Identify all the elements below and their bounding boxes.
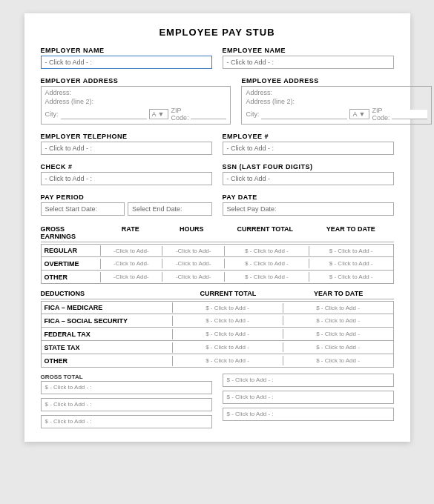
employer-address-line2: Address (line 2):: [45, 98, 227, 105]
earnings-row: OVERTIME -Click to Add- -Click to Add- $…: [41, 257, 394, 271]
earnings-row-current[interactable]: $ - Click to Add -: [225, 259, 309, 268]
ssn-group: SSN (LAST FOUR DIGITS) - Click to Add -: [223, 163, 394, 185]
deductions-row-label: FICA – MEDICARE: [42, 302, 173, 313]
totals-left-val1[interactable]: $ - Click to Add - :: [41, 381, 212, 394]
employee-city-row: City: A ▼ ZIP Code:: [246, 107, 427, 122]
deductions-row-ytd[interactable]: $ - Click to Add -: [283, 329, 393, 339]
totals-section: GROSS TOTAL $ - Click to Add - : $ - Cli…: [41, 374, 394, 428]
deductions-section: DEDUCTIONS CURRENT TOTAL YEAR TO DATE FI…: [41, 290, 394, 368]
ssn-input[interactable]: - Click to Add -: [223, 172, 394, 185]
employer-zip-input[interactable]: [191, 110, 226, 119]
employer-city-label: City:: [45, 110, 59, 118]
earnings-row-rate[interactable]: -Click to Add-: [101, 259, 163, 268]
totals-right-val1[interactable]: $ - Click to Add - :: [223, 374, 394, 387]
totals-right-val3[interactable]: $ - Click to Add - :: [223, 408, 394, 421]
employee-zip-input[interactable]: [392, 110, 427, 119]
pay-stub-page: EMPLOYEE PAY STUB EMPLOYER NAME - Click …: [24, 13, 410, 442]
employee-city-input[interactable]: [261, 110, 347, 119]
employee-address-group: EMPLOYEE ADDRESS Address: Address (line …: [241, 77, 432, 125]
earnings-current-total-label: CURRENT TOTAL: [223, 225, 309, 240]
earnings-row-rate[interactable]: -Click to Add-: [101, 272, 163, 282]
totals-right-val2[interactable]: $ - Click to Add - :: [223, 391, 394, 404]
employer-state-select[interactable]: A ▼: [149, 109, 169, 119]
earnings-rows: REGULAR -Click to Add- -Click to Add- $ …: [41, 244, 394, 284]
employer-telephone-group: EMPLOYER TELEPHONE - Click to Add - :: [41, 133, 212, 155]
employee-number-input[interactable]: - Click to Add - :: [223, 142, 394, 155]
earnings-row-label: OVERTIME: [42, 259, 101, 269]
deductions-row-current[interactable]: $ - Click to Add -: [173, 356, 283, 365]
earnings-row-rate[interactable]: -Click to Add-: [101, 246, 163, 256]
employer-name-label: EMPLOYER NAME: [41, 47, 212, 54]
earnings-row-ytd[interactable]: $ - Click to Add -: [309, 272, 393, 282]
employer-city-input[interactable]: [61, 110, 147, 119]
employer-address-label: EMPLOYER ADDRESS: [41, 77, 231, 84]
pay-period-end-input[interactable]: Select End Date:: [128, 202, 212, 216]
earnings-section: GROSS EARNINGS RATE HOURS CURRENT TOTAL …: [41, 225, 394, 284]
check-group: CHECK # - Click to Add - :: [41, 163, 212, 185]
deductions-section-label: DEDUCTIONS: [41, 290, 174, 297]
employer-name-input[interactable]: - Click to Add - :: [41, 56, 212, 69]
deductions-row-ytd[interactable]: $ - Click to Add -: [283, 356, 393, 365]
earnings-row: OTHER -Click to Add- -Click to Add- $ - …: [41, 271, 394, 284]
earnings-section-label: GROSS EARNINGS: [41, 225, 100, 240]
earnings-rate-label: RATE: [100, 225, 162, 240]
deductions-rows: FICA – MEDICARE $ - Click to Add - $ - C…: [41, 301, 394, 368]
deductions-row-ytd[interactable]: $ - Click to Add -: [283, 303, 393, 313]
earnings-row-ytd[interactable]: $ - Click to Add -: [309, 259, 393, 268]
earnings-hours-label: HOURS: [161, 225, 223, 240]
deductions-current-total-label: CURRENT TOTAL: [173, 290, 283, 297]
employer-telephone-label: EMPLOYER TELEPHONE: [41, 133, 212, 140]
pay-period-group: PAY PERIOD Select Start Date: Select End…: [41, 193, 212, 216]
check-label: CHECK #: [41, 163, 212, 170]
totals-left-label1: GROSS TOTAL: [41, 374, 212, 380]
ssn-label: SSN (LAST FOUR DIGITS): [223, 163, 394, 170]
employer-city-row: City: A ▼ ZIP Code:: [45, 107, 227, 122]
employee-state-select[interactable]: A ▼: [349, 109, 369, 119]
deductions-row: STATE TAX $ - Click to Add - $ - Click t…: [41, 341, 394, 354]
employee-zip-label: ZIP Code:: [372, 107, 389, 122]
employee-name-group: EMPLOYEE NAME - Click to Add - :: [223, 47, 394, 69]
employee-number-label: EMPLOYEE #: [223, 133, 394, 140]
deductions-row-current[interactable]: $ - Click to Add -: [173, 329, 283, 339]
employee-address-block: Address: Address (line 2): City: A ▼ ZIP…: [241, 86, 432, 125]
employer-address-block: Address: Address (line 2): City: A ▼ ZIP…: [41, 86, 231, 125]
totals-left-group: GROSS TOTAL $ - Click to Add - :: [41, 374, 212, 394]
deductions-row: OTHER $ - Click to Add - $ - Click to Ad…: [41, 354, 394, 368]
totals-left-val3[interactable]: $ - Click to Add - :: [41, 415, 212, 428]
employee-address-line2: Address (line 2):: [246, 98, 427, 105]
earnings-row-hours[interactable]: -Click to Add-: [162, 272, 225, 282]
employee-number-group: EMPLOYEE # - Click to Add - :: [223, 133, 394, 155]
pay-date-group: PAY DATE Select Pay Date:: [223, 193, 394, 216]
employee-name-input[interactable]: - Click to Add - :: [223, 56, 394, 69]
deductions-row-label: STATE TAX: [42, 342, 173, 353]
earnings-header: GROSS EARNINGS RATE HOURS CURRENT TOTAL …: [41, 225, 394, 242]
check-input[interactable]: - Click to Add - :: [41, 172, 212, 185]
deductions-row-ytd[interactable]: $ - Click to Add -: [283, 316, 393, 325]
deductions-row-current[interactable]: $ - Click to Add -: [173, 316, 283, 325]
pay-period-label: PAY PERIOD: [41, 193, 212, 201]
deductions-row: FEDERAL TAX $ - Click to Add - $ - Click…: [41, 328, 394, 341]
deductions-row-current[interactable]: $ - Click to Add -: [173, 342, 283, 352]
earnings-row-ytd[interactable]: $ - Click to Add -: [309, 246, 393, 256]
pay-date-label: PAY DATE: [223, 193, 394, 201]
page-title: EMPLOYEE PAY STUB: [41, 27, 394, 38]
employee-name-label: EMPLOYEE NAME: [223, 47, 394, 54]
totals-left-val2[interactable]: $ - Click to Add - :: [41, 398, 212, 411]
earnings-row-hours[interactable]: -Click to Add-: [162, 246, 225, 256]
earnings-row-current[interactable]: $ - Click to Add -: [225, 246, 309, 256]
employee-city-label: City:: [246, 110, 259, 118]
pay-date-input[interactable]: Select Pay Date:: [223, 202, 394, 216]
earnings-row-current[interactable]: $ - Click to Add -: [225, 272, 309, 282]
deductions-row-label: FEDERAL TAX: [42, 329, 173, 339]
deductions-row-current[interactable]: $ - Click to Add -: [173, 303, 283, 313]
employer-zip-label: ZIP Code:: [171, 107, 188, 122]
deductions-header: DEDUCTIONS CURRENT TOTAL YEAR TO DATE: [41, 290, 394, 299]
earnings-row-hours[interactable]: -Click to Add-: [162, 259, 225, 268]
pay-period-start-input[interactable]: Select Start Date:: [41, 202, 125, 216]
deductions-row: FICA – MEDICARE $ - Click to Add - $ - C…: [41, 301, 394, 314]
employee-address-label: EMPLOYEE ADDRESS: [241, 77, 432, 84]
totals-right-col: $ - Click to Add - : $ - Click to Add - …: [223, 374, 394, 428]
deductions-row-ytd[interactable]: $ - Click to Add -: [283, 342, 393, 352]
deductions-row-label: OTHER: [42, 356, 173, 366]
employer-telephone-input[interactable]: - Click to Add - :: [41, 142, 212, 155]
